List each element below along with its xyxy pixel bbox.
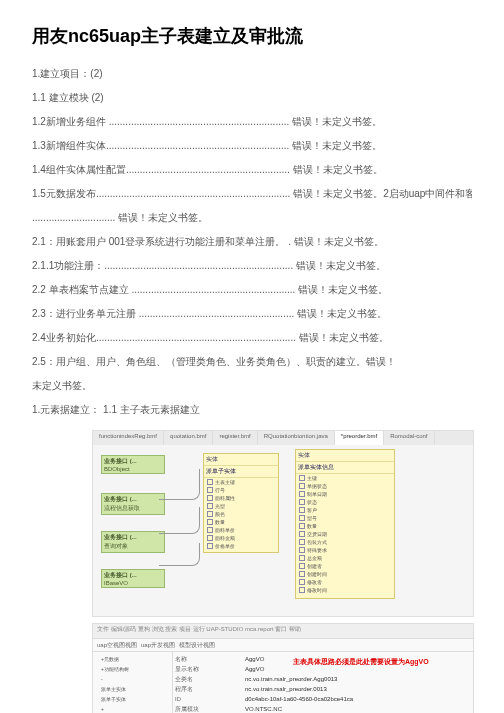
studio-tabs: uap空视图视图uap开发视图模型设计视图 [93, 639, 473, 652]
entity-box: 业务接口 (...流程信息获取 [101, 493, 165, 515]
toc-entry: 2.5：用户组、用户、角色组、（管理类角色、业务类角色）、职责的建立。错误！ [32, 354, 472, 370]
entity-box: 业务接口 (...BDObject [101, 455, 165, 474]
toc-entry: .............................. 错误！未定义书签。 [32, 210, 472, 226]
entity-box: 业务接口 (...查询对象 [101, 531, 165, 553]
toc-entry: 2.1：用账套用户 001登录系统进行功能注册和菜单注册。 . 错误！未定义书签… [32, 234, 472, 250]
diagram-screenshot: functionindexReg.bmfquotation.bmfregiste… [92, 430, 474, 617]
toc-entry: 1.建立项目：(2) [32, 66, 472, 82]
toc-entry: 1.4组件实体属性配置.............................… [32, 162, 472, 178]
screenshots-block: functionindexReg.bmfquotation.bmfregiste… [92, 430, 472, 713]
attr-panel: 实体 派单实体信息 主键单据状态制单日期状态客户型号数量交货日期包装方式特殊要求… [295, 449, 395, 599]
entity-box: 业务接口 (...IBaseVO [101, 569, 165, 588]
toc-entry: 2.1.1功能注册：..............................… [32, 258, 472, 274]
annotation: 主表具体思路必须是此处需要设置为AggVO [293, 657, 429, 667]
table-of-contents: 1.建立项目：(2)1.1 建立模块 (2)1.2新增业务组件 ........… [32, 66, 472, 418]
toc-entry: 2.3：进行业务单元注册 ...........................… [32, 306, 472, 322]
toc-entry: 1.5元数据发布................................… [32, 186, 472, 202]
toc-entry: 1.2新增业务组件 ..............................… [32, 114, 472, 130]
tree-pane: +元数据+功能结构树-派单主实体派单子实体+引用枚举 [93, 652, 173, 713]
diagram-tabs: functionindexReg.bmfquotation.bmfregiste… [93, 431, 473, 445]
toc-entry: 未定义书签。 [32, 378, 472, 394]
studio-screenshot: 文件 编辑/源码 重构 浏览 搜索 项目 运行 UAP-STUDIO mca.r… [92, 623, 474, 713]
toc-entry: 1.元素据建立： 1.1 主子表元素据建立 [32, 402, 472, 418]
menubar: 文件 编辑/源码 重构 浏览 搜索 项目 运行 UAP-STUDIO mca.r… [93, 624, 473, 639]
toc-entry: 1.1 建立模块 (2) [32, 90, 472, 106]
document-title: 用友nc65uap主子表建立及审批流 [32, 24, 472, 48]
attr-panel: 实体 派单子实体 主表主键行号面料属性光型颜色数量面料单价面料金额价格单价 [203, 453, 279, 553]
toc-entry: 1.3新增组件实体...............................… [32, 138, 472, 154]
toc-entry: 2.4业务初始化................................… [32, 330, 472, 346]
toc-entry: 2.2 单表档案节点建立 ...........................… [32, 282, 472, 298]
